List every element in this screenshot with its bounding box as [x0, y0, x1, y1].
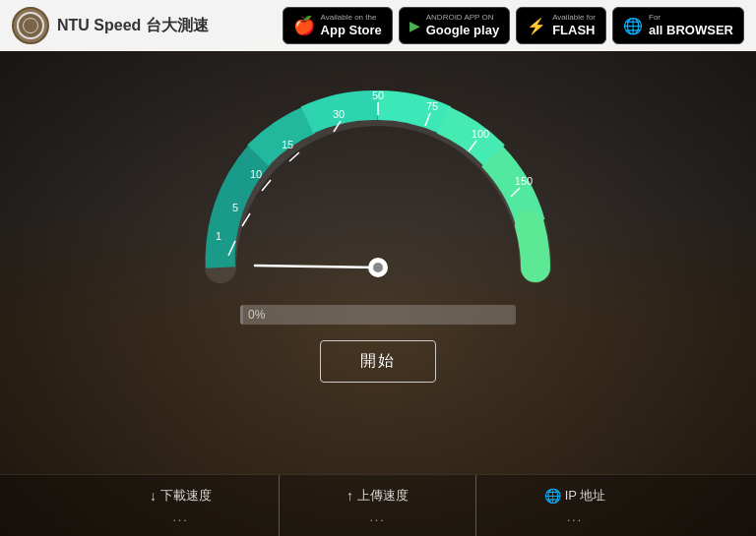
main-content: 1 5 10 15 30 50 75 100 150 [0, 51, 756, 536]
browser-button[interactable]: 🌐 For all BROWSER [612, 7, 744, 44]
appstore-button[interactable]: 🍎 Available on the App Store [283, 7, 393, 44]
appstore-small: Available on the [321, 13, 382, 23]
logo-inner [17, 12, 44, 39]
svg-text:1: 1 [216, 230, 221, 242]
header: NTU Speed 台大測速 🍎 Available on the App St… [0, 0, 756, 51]
svg-text:10: 10 [250, 168, 262, 180]
flash-text: Available for FLASH [552, 13, 596, 37]
googleplay-button[interactable]: ▶ ANDROID APP ON Google play [399, 7, 510, 44]
browser-big: all BROWSER [649, 23, 733, 38]
flash-big: FLASH [552, 23, 596, 38]
progress-bar-fill [240, 305, 243, 325]
apple-icon: 🍎 [293, 15, 315, 36]
svg-point-20 [373, 263, 383, 272]
svg-text:50: 50 [372, 89, 384, 101]
speedometer-svg: 1 5 10 15 30 50 75 100 150 [181, 81, 575, 297]
progress-container: 0% [240, 305, 516, 325]
svg-text:5: 5 [232, 202, 238, 213]
flash-small: Available for [552, 13, 596, 23]
googleplay-big: Google play [426, 23, 499, 38]
browser-icon: 🌐 [623, 17, 643, 35]
svg-text:100: 100 [472, 128, 489, 140]
browser-small: For [649, 13, 733, 23]
header-buttons: 🍎 Available on the App Store ▶ ANDROID A… [283, 7, 744, 44]
appstore-big: App Store [321, 23, 382, 38]
progress-bar-bg: 0% [240, 305, 516, 325]
svg-text:30: 30 [333, 108, 345, 120]
speedometer: 1 5 10 15 30 50 75 100 150 [181, 81, 575, 297]
googleplay-text: ANDROID APP ON Google play [426, 13, 499, 37]
svg-text:75: 75 [426, 100, 438, 112]
svg-line-18 [255, 266, 378, 268]
start-button[interactable]: 開始 [320, 340, 436, 383]
googleplay-icon: ▶ [410, 18, 420, 33]
appstore-text: Available on the App Store [321, 13, 382, 37]
svg-text:150: 150 [515, 175, 533, 187]
svg-text:15: 15 [282, 139, 293, 150]
logo [12, 7, 49, 44]
flash-icon: ⚡ [527, 17, 546, 35]
progress-text: 0% [248, 308, 265, 322]
googleplay-small: ANDROID APP ON [426, 13, 499, 23]
flash-button[interactable]: ⚡ Available for FLASH [516, 7, 606, 44]
site-title: NTU Speed 台大測速 [57, 16, 209, 36]
browser-text: For all BROWSER [649, 13, 733, 37]
